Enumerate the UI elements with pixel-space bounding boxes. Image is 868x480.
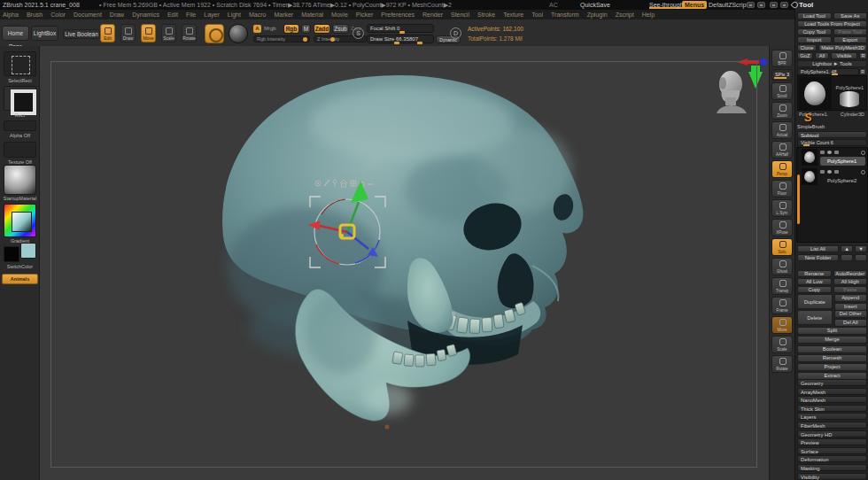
- all-low-button[interactable]: All Low: [797, 278, 832, 285]
- eye-icon[interactable]: [827, 170, 832, 174]
- menu-item[interactable]: Brush: [27, 12, 43, 18]
- append-button[interactable]: Append: [834, 294, 868, 302]
- subpalette-header[interactable]: ArrayMesh: [797, 388, 867, 395]
- right-shelf-button[interactable]: XPose: [771, 219, 793, 236]
- subpalette-header[interactable]: Thick Skin: [797, 405, 867, 412]
- right-shelf-button[interactable]: Transp: [771, 277, 793, 295]
- all-high-button[interactable]: All High: [833, 278, 868, 285]
- main-color-swatch[interactable]: [4, 246, 19, 262]
- subpalette-header[interactable]: Geometry: [797, 379, 867, 386]
- folder-action-icon[interactable]: [855, 254, 867, 261]
- delete-button[interactable]: Delete: [797, 310, 833, 325]
- mrgb-button[interactable]: Mrgb: [264, 26, 276, 31]
- brush-icon[interactable]: [820, 151, 825, 154]
- depth-icon[interactable]: D: [450, 27, 461, 39]
- import-button[interactable]: Import: [797, 36, 832, 43]
- subtool-op-button[interactable]: Split: [797, 327, 867, 335]
- rgb-button[interactable]: Rgb: [283, 24, 299, 34]
- right-shelf-button[interactable]: Frame: [771, 297, 793, 314]
- folder-action-icon[interactable]: [841, 254, 853, 261]
- mode-button[interactable]: Move: [141, 24, 156, 43]
- menu-item[interactable]: Alpha: [3, 12, 19, 18]
- hand-navigate-icon[interactable]: [770, 2, 778, 8]
- load-tool-button[interactable]: Load Tool: [797, 12, 832, 19]
- mode-button[interactable]: Scale: [161, 24, 176, 43]
- alpha-slot[interactable]: [4, 120, 36, 131]
- right-shelf-button[interactable]: SPix 3: [771, 69, 793, 81]
- undo-history-icon[interactable]: [747, 2, 755, 8]
- folder-icon[interactable]: [834, 170, 839, 174]
- m-button[interactable]: M: [301, 24, 311, 34]
- menus-button[interactable]: Menus: [682, 1, 707, 9]
- texture-slot[interactable]: [4, 142, 36, 158]
- subpalette-header[interactable]: Surface: [797, 447, 867, 454]
- menu-item[interactable]: Preferences: [381, 12, 415, 18]
- right-shelf-button[interactable]: BPR: [771, 50, 793, 67]
- move-down-button[interactable]: ▼: [855, 245, 867, 252]
- menu-item[interactable]: Help: [642, 12, 655, 18]
- stroke-rect[interactable]: [4, 86, 36, 111]
- menu-item[interactable]: Zplugin: [587, 12, 608, 18]
- autoreorder-button[interactable]: AutoReorder: [833, 270, 868, 277]
- list-all-button[interactable]: List All: [797, 245, 839, 252]
- menu-item[interactable]: Edit: [167, 12, 178, 18]
- copy-tool-button[interactable]: Copy Tool: [797, 28, 832, 35]
- paste-button[interactable]: Paste: [833, 286, 868, 293]
- mode-button[interactable]: Rotate: [182, 24, 197, 43]
- right-shelf-button[interactable]: Solo: [771, 238, 793, 256]
- paste-tool-button[interactable]: Paste Tool: [833, 28, 868, 35]
- menu-item[interactable]: Layer: [204, 12, 220, 18]
- menu-item[interactable]: Movie: [331, 12, 348, 18]
- menu-item[interactable]: Stroke: [477, 12, 495, 18]
- lightbox-button[interactable]: LightBox: [31, 26, 58, 41]
- right-shelf-button[interactable]: AAHalf: [771, 141, 793, 159]
- brush-mode-icon[interactable]: [780, 2, 788, 8]
- tool-quicksave-slider[interactable]: PolySphere1. 48: [797, 68, 859, 75]
- goz-all-button[interactable]: All: [815, 52, 829, 59]
- menu-item[interactable]: File: [186, 12, 196, 18]
- del-other-button[interactable]: Del Other: [834, 310, 868, 318]
- subtool-op-button[interactable]: Merge: [797, 336, 867, 344]
- stroke-icon[interactable]: S: [353, 27, 364, 39]
- subpalette-header[interactable]: FiberMesh: [797, 422, 867, 429]
- subtool-op-button[interactable]: Remesh: [797, 354, 867, 362]
- right-shelf-button[interactable]: Persp: [771, 160, 793, 178]
- menu-item[interactable]: Tool: [531, 12, 543, 18]
- right-shelf-button[interactable]: Rotate: [771, 355, 793, 373]
- slider-r-button[interactable]: R: [859, 68, 866, 75]
- redo-history-icon[interactable]: [757, 2, 765, 8]
- save-as-button[interactable]: Save As: [833, 12, 868, 19]
- subpalette-header[interactable]: Preview: [797, 438, 867, 445]
- active-tool-thumbnail[interactable]: [799, 77, 832, 110]
- live-boolean-button[interactable]: Live Boolean: [63, 29, 100, 39]
- menu-item[interactable]: Dynamics: [132, 12, 159, 18]
- document-canvas[interactable]: [40, 46, 769, 480]
- subpalette-header[interactable]: Deformation: [797, 455, 867, 462]
- subtool-item-icons[interactable]: [820, 169, 865, 174]
- skull-model[interactable]: [222, 75, 583, 430]
- switchcolor-button[interactable]: SwitchColor: [0, 264, 40, 269]
- menu-item[interactable]: Stencil: [451, 12, 469, 18]
- menu-item[interactable]: Draw: [110, 12, 124, 18]
- subpalette-header[interactable]: Layers: [797, 413, 867, 420]
- menu-item[interactable]: Zscript: [616, 12, 634, 18]
- animals-button[interactable]: Animals: [2, 274, 38, 284]
- right-shelf-button[interactable]: Scale: [771, 336, 793, 353]
- menu-item[interactable]: Transform: [551, 12, 579, 18]
- home-page-button[interactable]: Home Page: [2, 26, 29, 41]
- subtool-section-header[interactable]: Subtool: [797, 131, 867, 138]
- brush-icon[interactable]: [820, 170, 825, 174]
- menu-item[interactable]: Material: [301, 12, 323, 18]
- quicksave-button[interactable]: QuickSave: [580, 0, 610, 10]
- zadd-button[interactable]: Zadd: [314, 24, 330, 34]
- eye-icon[interactable]: [827, 151, 832, 154]
- camview-head[interactable]: [717, 71, 747, 113]
- subpalette-header[interactable]: NanoMesh: [797, 396, 867, 403]
- new-folder-button[interactable]: New Folder: [797, 254, 839, 261]
- mode-button[interactable]: Draw: [120, 24, 136, 43]
- subpalette-header[interactable]: Masking: [797, 464, 867, 471]
- subtool-op-button[interactable]: Project: [797, 363, 867, 371]
- secondary-color-swatch[interactable]: [20, 243, 36, 259]
- default-zscript-button[interactable]: DefaultZScript: [709, 0, 748, 10]
- visible-count-slider[interactable]: Visible Count 6: [797, 139, 867, 146]
